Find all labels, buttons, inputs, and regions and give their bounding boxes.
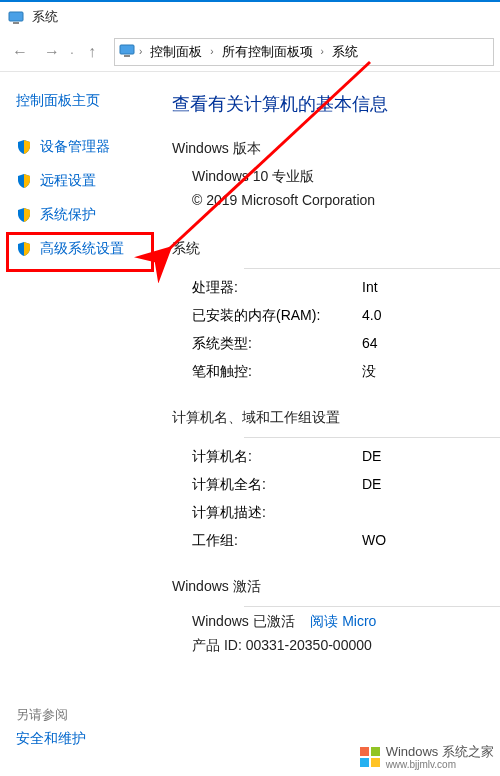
- system-icon: [8, 9, 24, 25]
- row-full-computer-name: 计算机全名: DE: [192, 476, 500, 494]
- svg-rect-0: [9, 12, 23, 21]
- title-bar: 系统: [0, 0, 500, 32]
- nav-separator: ·: [70, 44, 74, 60]
- sidebar-item-label: 高级系统设置: [40, 240, 124, 258]
- section-computer-name-domain: 计算机名、域和工作组设置: [172, 409, 500, 427]
- control-panel-home-link[interactable]: 控制面板主页: [16, 92, 160, 110]
- svg-rect-8: [371, 758, 380, 767]
- section-divider: [244, 268, 500, 269]
- row-processor: 处理器: Int: [192, 279, 500, 297]
- window-title: 系统: [32, 8, 58, 26]
- section-activation: Windows 激活: [172, 578, 500, 596]
- see-also-heading: 另请参阅: [16, 706, 68, 724]
- row-pen-touch: 笔和触控: 没: [192, 363, 500, 381]
- shield-icon: [16, 173, 32, 189]
- label-computer-name: 计算机名:: [192, 448, 362, 466]
- label-system-type: 系统类型:: [192, 335, 362, 353]
- label-computer-description: 计算机描述:: [192, 504, 362, 522]
- value-system-type: 64: [362, 335, 378, 353]
- row-system-type: 系统类型: 64: [192, 335, 500, 353]
- address-bar[interactable]: › 控制面板 › 所有控制面板项 › 系统: [114, 38, 494, 66]
- value-computer-name: DE: [362, 448, 381, 466]
- sidebar-item-device-manager[interactable]: 设备管理器: [16, 138, 160, 156]
- svg-rect-2: [120, 45, 134, 54]
- sidebar-item-label: 远程设置: [40, 172, 96, 190]
- up-button[interactable]: ↑: [78, 38, 106, 66]
- sidebar: 控制面板主页 设备管理器 远程设置 系统保护 高级系统设置: [0, 72, 160, 776]
- row-computer-name: 计算机名: DE: [192, 448, 500, 466]
- page-title: 查看有关计算机的基本信息: [172, 92, 500, 116]
- copyright-text: © 2019 Microsoft Corporation: [192, 192, 500, 208]
- sidebar-item-label: 系统保护: [40, 206, 96, 224]
- section-windows-edition: Windows 版本: [172, 140, 500, 158]
- forward-button[interactable]: →: [38, 38, 66, 66]
- sidebar-item-remote-settings[interactable]: 远程设置: [16, 172, 160, 190]
- windows-edition-value: Windows 10 专业版: [192, 168, 500, 186]
- label-workgroup: 工作组:: [192, 532, 362, 550]
- chevron-right-icon: ›: [139, 46, 142, 57]
- see-also-link-security[interactable]: 安全和维护: [16, 730, 86, 748]
- shield-icon: [16, 139, 32, 155]
- windows-logo-icon: [360, 747, 380, 767]
- svg-rect-5: [360, 747, 369, 756]
- value-ram: 4.0: [362, 307, 381, 325]
- label-pen-touch: 笔和触控:: [192, 363, 362, 381]
- svg-rect-3: [124, 55, 130, 57]
- label-product-id: 产品 ID:: [192, 637, 242, 653]
- row-ram: 已安装的内存(RAM): 4.0: [192, 307, 500, 325]
- activation-row: Windows 已激活 阅读 Micro: [192, 613, 500, 631]
- label-processor: 处理器:: [192, 279, 362, 297]
- nav-bar: ← → · ↑ › 控制面板 › 所有控制面板项 › 系统: [0, 32, 500, 72]
- watermark: Windows 系统之家 www.bjjmlv.com: [360, 743, 494, 770]
- chevron-right-icon: ›: [321, 46, 324, 57]
- shield-icon: [16, 207, 32, 223]
- sidebar-item-system-protection[interactable]: 系统保护: [16, 206, 160, 224]
- svg-rect-7: [360, 758, 369, 767]
- activation-status: Windows 已激活: [192, 613, 295, 629]
- label-ram: 已安装的内存(RAM):: [192, 307, 362, 325]
- svg-rect-1: [13, 22, 19, 24]
- breadcrumb-item[interactable]: 所有控制面板项: [218, 43, 317, 61]
- value-pen-touch: 没: [362, 363, 376, 381]
- row-workgroup: 工作组: WO: [192, 532, 500, 550]
- row-computer-description: 计算机描述:: [192, 504, 500, 522]
- product-id-row: 产品 ID: 00331-20350-00000: [192, 637, 500, 655]
- svg-rect-6: [371, 747, 380, 756]
- activation-link[interactable]: 阅读 Micro: [310, 613, 376, 629]
- value-workgroup: WO: [362, 532, 386, 550]
- breadcrumb-item[interactable]: 系统: [328, 43, 362, 61]
- value-full-computer-name: DE: [362, 476, 381, 494]
- section-divider: [244, 437, 500, 438]
- section-divider: [244, 606, 500, 607]
- watermark-text: Windows 系统之家 www.bjjmlv.com: [386, 743, 494, 770]
- control-panel-icon: [119, 42, 135, 61]
- sidebar-item-advanced-system-settings[interactable]: 高级系统设置: [16, 240, 160, 258]
- shield-icon: [16, 241, 32, 257]
- breadcrumb-item[interactable]: 控制面板: [146, 43, 206, 61]
- value-product-id: 00331-20350-00000: [246, 637, 372, 653]
- sidebar-item-label: 设备管理器: [40, 138, 110, 156]
- label-full-computer-name: 计算机全名:: [192, 476, 362, 494]
- back-button[interactable]: ←: [6, 38, 34, 66]
- main-content: 查看有关计算机的基本信息 Windows 版本 Windows 10 专业版 ©…: [160, 72, 500, 776]
- section-system: 系统: [172, 240, 500, 258]
- value-processor: Int: [362, 279, 378, 297]
- chevron-right-icon: ›: [210, 46, 213, 57]
